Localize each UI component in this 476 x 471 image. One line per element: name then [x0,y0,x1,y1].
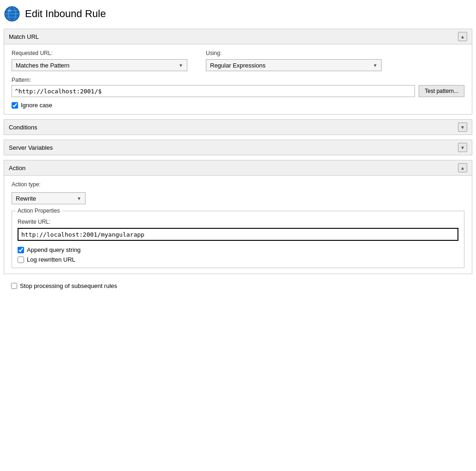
server-variables-header[interactable]: Server Variables ▼ [4,140,472,155]
match-url-chevron[interactable]: ▲ [458,32,467,41]
conditions-header[interactable]: Conditions ▼ [4,120,472,135]
log-rewritten-url-label: Log rewritten URL [27,256,75,263]
action-type-group: Action type: Rewrite ▼ [12,181,464,204]
title-bar: Edit Inbound Rule [4,4,472,24]
requested-url-label: Requested URL: [12,50,187,56]
action-type-label: Action type: [12,181,464,188]
using-group: Using: Regular Expressions ▼ [206,50,382,71]
ignore-case-label: Ignore case [21,102,52,109]
pattern-row: Test pattern... [12,85,464,97]
pattern-input[interactable] [12,85,415,97]
append-query-string-label: Append query string [27,246,80,253]
action-properties-legend: Action Properties [16,208,62,214]
action-header[interactable]: Action ▲ [4,160,472,176]
action-type-dropdown[interactable]: Rewrite ▼ [12,192,86,204]
requested-url-group: Requested URL: Matches the Pattern ▼ [12,50,187,71]
log-rewritten-url-checkbox[interactable] [18,257,24,263]
requested-url-value: Matches the Pattern [16,62,69,69]
action-title: Action [9,165,25,171]
rewrite-url-group: Rewrite URL: [18,219,458,245]
action-chevron[interactable]: ▲ [458,163,467,172]
server-variables-chevron[interactable]: ▼ [458,143,467,152]
action-section: Action ▲ Action type: Rewrite ▼ Action P… [4,160,472,274]
ignore-case-checkbox[interactable] [12,102,18,109]
server-variables-section: Server Variables ▼ [4,140,472,155]
match-url-header[interactable]: Match URL ▲ [4,29,472,44]
log-rewritten-url-row: Log rewritten URL [18,256,458,263]
action-body: Action type: Rewrite ▼ Action Properties… [4,176,472,274]
conditions-title: Conditions [9,124,37,131]
requested-url-arrow-icon: ▼ [179,63,183,68]
test-pattern-button[interactable]: Test pattern... [419,85,464,97]
stop-processing-label: Stop processing of subsequent rules [20,282,117,289]
server-variables-title: Server Variables [9,144,53,151]
stop-processing-row: Stop processing of subsequent rules [4,279,472,293]
pattern-label: Pattern: [12,77,464,83]
globe-icon [4,6,20,22]
conditions-section: Conditions ▼ [4,119,472,135]
match-url-body: Requested URL: Matches the Pattern ▼ Usi… [4,44,472,114]
action-properties-group: Action Properties Rewrite URL: Append qu… [12,211,464,268]
append-query-string-checkbox[interactable] [18,247,24,253]
match-url-section: Match URL ▲ Requested URL: Matches the P… [4,29,472,115]
pattern-group: Pattern: Test pattern... [12,77,464,97]
action-type-arrow-icon: ▼ [77,196,81,201]
conditions-chevron[interactable]: ▼ [458,122,467,132]
using-label: Using: [206,50,382,56]
using-arrow-icon: ▼ [373,63,377,68]
rewrite-url-input[interactable] [18,228,458,241]
append-query-string-row: Append query string [18,246,458,253]
requested-url-dropdown[interactable]: Matches the Pattern ▼ [12,59,187,71]
using-value: Regular Expressions [210,62,266,69]
match-url-title: Match URL [9,33,39,40]
svg-point-6 [8,9,12,12]
using-dropdown[interactable]: Regular Expressions ▼ [206,59,382,71]
action-type-value: Rewrite [16,195,36,202]
rewrite-url-label: Rewrite URL: [18,219,458,225]
ignore-case-row: Ignore case [12,102,464,109]
stop-processing-checkbox[interactable] [11,283,17,289]
match-url-form-row: Requested URL: Matches the Pattern ▼ Usi… [12,50,464,71]
page-title: Edit Inbound Rule [25,8,106,20]
